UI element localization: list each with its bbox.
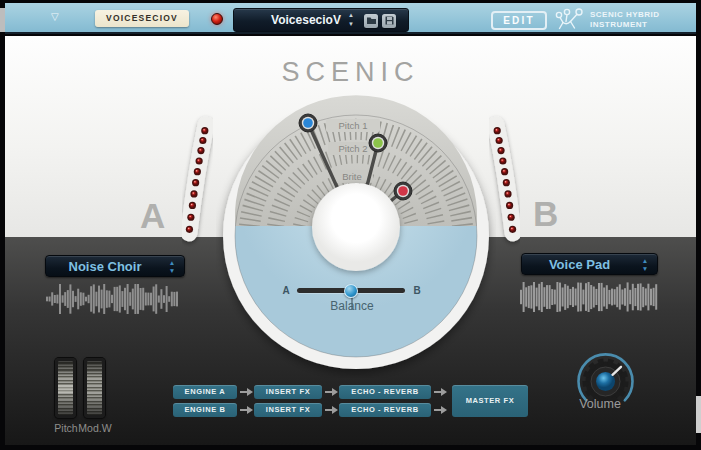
engine-b-waveform: [519, 281, 658, 313]
plugin-window: ▽ VOICESECIOV VoicesecioV ▲▼ EDIT: [0, 0, 701, 450]
engine-b-block[interactable]: ENGINE B: [173, 403, 237, 417]
engine-a-waveform: [45, 282, 181, 316]
folder-icon: [366, 15, 377, 26]
flow-arrow-icon: [237, 385, 254, 399]
engine-b-letter: B: [533, 194, 558, 234]
volume-label: Volume: [565, 397, 635, 411]
ring-label-pitch1: Pitch 1: [338, 120, 367, 131]
engine-b-preset-select[interactable]: Voice Pad ▲▼: [521, 253, 658, 275]
signal-flow-row-a: ENGINE A INSERT FX ECHO - REVERB: [173, 385, 448, 399]
right-frame-strip: [696, 396, 701, 433]
save-button[interactable]: [382, 14, 396, 28]
menu-triangle-icon[interactable]: ▽: [51, 11, 59, 22]
mod-wheel-label: Mod.W: [75, 422, 115, 434]
pitch2-knob-dot: [373, 138, 383, 148]
flow-arrow-icon: [237, 403, 254, 417]
pitch-wheel[interactable]: [55, 358, 76, 418]
brite-knob-dot: [398, 186, 408, 196]
dial-hub: [312, 183, 400, 271]
molecule-icon: [553, 7, 587, 33]
master-fx-block[interactable]: MASTER FX: [452, 385, 528, 417]
pitch1-knob-dot: [303, 118, 313, 128]
page-title: SCENIC: [0, 57, 701, 88]
balance-b-label: B: [409, 285, 425, 296]
brand-text: SCENIC HYBRID INSTRUMENT: [590, 10, 660, 29]
flow-arrow-icon: [322, 385, 339, 399]
flow-arrow-icon: [431, 385, 448, 399]
mod-wheel[interactable]: [84, 358, 105, 418]
preset-badge: VOICESECIOV: [95, 10, 189, 27]
up-down-stepper-icon[interactable]: ▲▼: [344, 11, 358, 29]
up-down-arrows-icon: ▲▼: [640, 257, 650, 273]
left-frame-strip: [0, 8, 5, 32]
flow-arrow-icon: [431, 403, 448, 417]
folder-button[interactable]: [364, 14, 378, 28]
engine-a-letter: A: [140, 196, 165, 236]
title-bar: ▽ VOICESECIOV VoicesecioV ▲▼ EDIT: [5, 3, 696, 34]
save-icon: [384, 15, 395, 26]
echo-reverb-b-block[interactable]: ECHO - REVERB: [339, 403, 431, 417]
brand-line2: INSTRUMENT: [590, 20, 660, 30]
red-led-icon: [211, 13, 223, 25]
engine-a-block[interactable]: ENGINE A: [173, 385, 237, 399]
macro-dial: Pitch 1 Pitch 2 Brite: [216, 94, 496, 378]
balance-caption: Balance: [309, 299, 395, 313]
brite-knob[interactable]: [394, 182, 412, 200]
balance-a-label: A: [278, 285, 294, 296]
engine-a-preset-value: Noise Choir: [46, 256, 164, 278]
echo-reverb-a-block[interactable]: ECHO - REVERB: [339, 385, 431, 399]
signal-flow-row-b: ENGINE B INSERT FX ECHO - REVERB: [173, 403, 448, 417]
up-down-arrows-icon: ▲▼: [167, 259, 177, 275]
brand-line1: SCENIC HYBRID: [590, 10, 660, 20]
ring-label-brite: Brite: [342, 171, 362, 182]
edit-button[interactable]: EDIT: [491, 11, 547, 30]
pitch2-knob[interactable]: [369, 134, 387, 152]
ring-label-pitch2: Pitch 2: [338, 143, 367, 154]
insert-fx-b-block[interactable]: INSERT FX: [254, 403, 322, 417]
engine-b-preset-value: Voice Pad: [522, 254, 637, 276]
balance-slider-thumb[interactable]: [344, 284, 358, 298]
flow-arrow-icon: [322, 403, 339, 417]
pitch1-knob[interactable]: [299, 114, 317, 132]
insert-fx-a-block[interactable]: INSERT FX: [254, 385, 322, 399]
engine-a-preset-select[interactable]: Noise Choir ▲▼: [45, 255, 185, 277]
preset-display[interactable]: VoicesecioV ▲▼: [233, 8, 409, 32]
